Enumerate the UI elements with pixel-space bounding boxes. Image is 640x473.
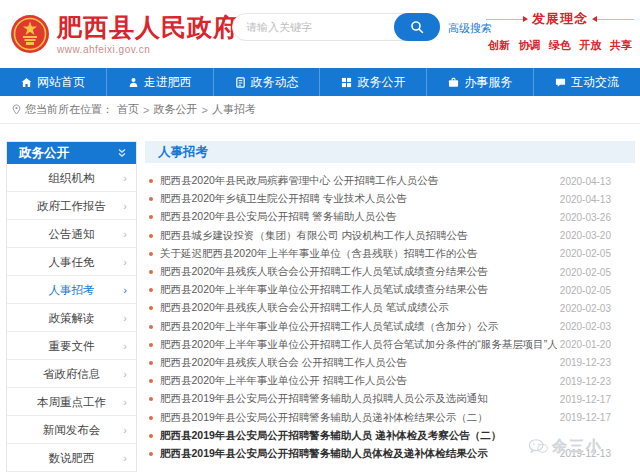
sidebar-item-appointments[interactable]: 人事任免›: [7, 248, 136, 276]
bullet-dot-icon: [149, 270, 153, 274]
news-link[interactable]: 肥西县2020年上半年事业单位公开招聘工作人员符合笔试加分条件的“服务基层项目”…: [160, 338, 557, 352]
bullet-dot-icon: [149, 434, 153, 438]
news-link[interactable]: 关于延迟肥西县2020年上半年事业单位（含县残联）招聘工作的公告: [160, 247, 557, 261]
news-date: 2020-01-20: [557, 339, 635, 350]
news-list: 肥西县2020年县民政局殡葬管理中心 公开招聘工作人员公告2020-04-13 …: [145, 163, 635, 463]
news-link[interactable]: 肥西县2019年县公安局公开招聘警务辅助人员体检及递补体检结果公示: [160, 447, 557, 461]
sidebar-item-orgs[interactable]: 组织机构›: [7, 164, 136, 192]
chevron-right-icon: ›: [123, 332, 127, 360]
site-title: 肥西县人民政府: [57, 12, 239, 42]
news-date: 2020-03-20: [557, 230, 635, 241]
news-link[interactable]: 肥西县2020年乡镇卫生院公开招聘 专业技术人员公告: [160, 192, 557, 206]
list-item: 肥西县2020年县残疾人联合会 公开招聘工作人员公告2019-12-23: [147, 354, 635, 372]
news-link[interactable]: 肥西县2020年上半年事业单位公开 招聘工作人员公告: [160, 374, 557, 388]
nav-item-home[interactable]: 网站首页: [0, 68, 107, 96]
breadcrumb-separator: >: [201, 104, 207, 116]
breadcrumb-link-home[interactable]: 首页: [117, 102, 139, 117]
sidebar-item-recruitment[interactable]: 人事招考›: [7, 276, 136, 304]
sidebar-item-label: 公告通知: [49, 228, 95, 240]
bullet-dot-icon: [149, 379, 153, 383]
list-item: 肥西县2019年县公安局公开招聘警务辅助人员拟聘人员公示及选岗通知2019-12…: [147, 390, 635, 408]
sidebar-item-gov-report[interactable]: 政府工作报告›: [7, 192, 136, 220]
sidebar-item-label: 政府工作报告: [37, 200, 106, 212]
news-link[interactable]: 肥西县2020年县民政局殡葬管理中心 公开招聘工作人员公告: [160, 174, 557, 188]
nav-item-news[interactable]: 政务动态: [214, 68, 321, 96]
chevron-right-icon: ›: [123, 360, 127, 388]
sidebar-item-label: 人事任免: [49, 256, 95, 268]
chevron-right-icon: ›: [123, 220, 127, 248]
sidebar-item-data-feixi[interactable]: 数说肥西›: [7, 444, 136, 472]
sidebar-item-province-info[interactable]: 省政府信息›: [7, 360, 136, 388]
news-date: 2020-02-05: [557, 285, 635, 296]
sidebar-item-policy[interactable]: 政策解读›: [7, 304, 136, 332]
news-link[interactable]: 肥西县2020年县残疾人联合会 公开招聘工作人员公告: [160, 356, 557, 370]
sidebar-item-label: 组织机构: [49, 172, 95, 184]
sidebar-item-weekly-focus[interactable]: 本周重点工作›: [7, 388, 136, 416]
breadcrumb-prefix: 您当前所在位置：: [25, 102, 113, 117]
news-link[interactable]: 肥西县2019年县公安局公开招聘警务辅助人员递补体检结果公示（二）: [160, 411, 557, 425]
bullet-dot-icon: [149, 234, 153, 238]
news-date: 2020-02-05: [557, 267, 635, 278]
sidebar-item-documents[interactable]: 重要文件›: [7, 332, 136, 360]
nav-item-disclosure[interactable]: 政务公开: [320, 68, 427, 96]
chevron-right-icon: ›: [123, 248, 127, 276]
list-item: 肥西县2020年县残疾人联合会公开招聘工作人员 笔试成绩公示2020-02-03: [147, 299, 635, 317]
breadcrumb-separator: >: [143, 104, 149, 116]
slogan-block: 发展理念 创新 协调 绿色 开放 共享: [486, 10, 634, 53]
news-date: 2020-04-13: [557, 176, 635, 187]
list-item: 肥西县2020年乡镇卫生院公开招聘 专业技术人员公告2020-04-13: [147, 190, 635, 208]
breadcrumb: 您当前所在位置： 首页 > 政务公开 > 人事招考: [0, 96, 640, 124]
main-content: 人事招考 肥西县2020年县民政局殡葬管理中心 公开招聘工作人员公告2020-0…: [145, 141, 635, 463]
sidebar-item-label: 省政府信息: [43, 368, 101, 380]
list-item: 肥西县2019年县公安局公开招聘警务辅助人员递补体检结果公示（二）2019-12…: [147, 408, 635, 426]
sidebar-item-notices[interactable]: 公告通知›: [7, 220, 136, 248]
bullet-dot-icon: [149, 361, 153, 365]
search-button[interactable]: [394, 13, 440, 41]
sidebar-menu: 政务公开 组织机构› 政府工作报告› 公告通知› 人事任免› 人事招考› 政策解…: [6, 141, 137, 472]
news-date: 2019-12-23: [557, 357, 635, 368]
site-url: www.ahfeixi.gov.cn: [57, 44, 239, 55]
nav-item-label: 政务动态: [251, 74, 299, 91]
chevron-right-icon: ›: [123, 192, 127, 220]
location-person-icon: [128, 77, 139, 88]
national-emblem-icon: [10, 14, 50, 54]
sidebar-item-label: 新闻发布会: [43, 424, 101, 436]
news-date: 2019-12-17: [557, 412, 635, 423]
sidebar-title: 政务公开: [19, 145, 69, 162]
nav-item-interaction[interactable]: 互动交流: [534, 68, 640, 96]
site-logo[interactable]: 肥西县人民政府 www.ahfeixi.gov.cn: [10, 12, 239, 55]
nav-item-label: 走进肥西: [144, 74, 192, 91]
double-chevron-down-icon: [117, 148, 127, 158]
chevron-right-icon: ›: [123, 276, 127, 304]
sidebar-item-label: 政策解读: [49, 312, 95, 324]
list-item: 肥西县2020年县残疾人联合会公开招聘工作人员笔试成绩查分结果公告2020-02…: [147, 263, 635, 281]
breadcrumb-link-section[interactable]: 政务公开: [153, 102, 197, 117]
bullet-dot-icon: [149, 179, 153, 183]
news-link[interactable]: 肥西县2020年上半年事业单位公开招聘工作人员笔试成绩（含加分）公示: [160, 320, 557, 334]
slogan-line-left: [486, 19, 523, 20]
section-titlebar: 人事招考: [145, 141, 635, 163]
news-link[interactable]: 肥西县2019年县公安局公开招聘警务辅助人员 递补体检及考察公告（二）: [160, 429, 557, 443]
nav-item-label: 网站首页: [37, 74, 85, 91]
chevron-right-icon: ›: [123, 304, 127, 332]
nav-item-about[interactable]: 走进肥西: [107, 68, 214, 96]
sidebar-item-press[interactable]: 新闻发布会›: [7, 416, 136, 444]
home-icon: [21, 77, 32, 88]
bullet-dot-icon: [149, 197, 153, 201]
bullet-dot-icon: [149, 416, 153, 420]
news-link[interactable]: 肥西县2019年县公安局公开招聘警务辅助人员拟聘人员公示及选岗通知: [160, 392, 557, 406]
sidebar-header[interactable]: 政务公开: [7, 142, 136, 164]
news-link[interactable]: 肥西县2020年县公安局公开招聘 警务辅助人员公告: [160, 210, 557, 224]
search-input[interactable]: [246, 15, 386, 39]
news-date: 2019-12-13: [557, 448, 635, 459]
site-header: 肥西县人民政府 www.ahfeixi.gov.cn 高级搜索 发展理念 创新 …: [0, 0, 640, 68]
news-link[interactable]: 肥西县2020年县残疾人联合会公开招聘工作人员 笔试成绩公示: [160, 301, 557, 315]
news-link[interactable]: 肥西县2020年县残疾人联合会公开招聘工作人员笔试成绩查分结果公告: [160, 265, 557, 279]
list-item: 肥西县2020年上半年事业单位公开招聘工作人员符合笔试加分条件的“服务基层项目”…: [147, 336, 635, 354]
list-item: 关于延迟肥西县2020年上半年事业单位（含县残联）招聘工作的公告2020-02-…: [147, 245, 635, 263]
news-link[interactable]: 肥西县城乡建设投资（集团）有限公司 内设机构工作人员招聘公告: [160, 229, 557, 243]
nav-item-services[interactable]: 办事服务: [427, 68, 534, 96]
sidebar-item-label: 本周重点工作: [37, 396, 106, 408]
list-item: 肥西县2020年上半年事业单位公开 招聘工作人员公告2019-12-23: [147, 372, 635, 390]
news-link[interactable]: 肥西县2020年上半年事业单位公开招聘工作人员笔试成绩查分结果公告: [160, 283, 557, 297]
